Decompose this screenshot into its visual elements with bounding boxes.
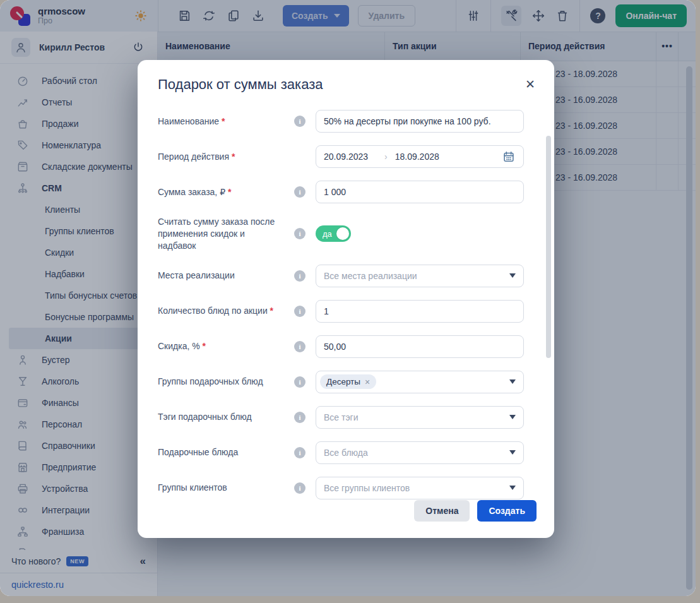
field-label-text: Скидка, % — [158, 341, 200, 351]
select-input[interactable]: Все блюда — [316, 441, 524, 464]
chevron-down-icon — [509, 379, 516, 384]
info-icon[interactable]: i — [294, 447, 306, 458]
info-icon[interactable]: i — [294, 186, 306, 198]
modal-form: Наименование *i50% на десерты при покупк… — [138, 93, 554, 499]
field-label: Места реализации — [158, 270, 284, 282]
chevron-down-icon — [509, 450, 516, 455]
form-field-row: Группы подарочных блюдiДесерты× — [158, 371, 554, 393]
text-input[interactable]: 1 000 — [316, 181, 524, 203]
info-cell: i — [284, 376, 316, 388]
field-label: Количество блюд по акции * — [158, 305, 284, 317]
field-control: Десерты× — [316, 371, 524, 393]
required-asterisk: * — [225, 187, 231, 197]
field-label-text: Сумма заказа, ₽ — [158, 187, 225, 197]
modal-scrollbar[interactable] — [546, 136, 551, 358]
form-field-row: Сумма заказа, ₽ *i1 000 — [158, 181, 554, 203]
field-label: Наименование * — [158, 116, 284, 128]
chevron-down-icon — [509, 273, 516, 278]
select-input[interactable]: Все тэги — [316, 406, 524, 429]
info-icon[interactable]: i — [294, 306, 306, 317]
select-placeholder: Все места реализации — [324, 271, 417, 281]
date-to-value[interactable]: 18.09.2028 — [395, 152, 439, 162]
text-input[interactable]: 1 — [316, 300, 524, 323]
chevron-down-icon — [509, 486, 516, 490]
field-control: Все места реализации — [316, 265, 524, 287]
field-label: Группы подарочных блюд — [158, 376, 284, 388]
info-icon[interactable]: i — [294, 228, 306, 239]
info-icon[interactable]: i — [294, 116, 306, 127]
info-cell: i — [284, 186, 316, 198]
input-value: 1 — [324, 306, 329, 316]
info-icon[interactable]: i — [294, 412, 306, 423]
toggle-switch[interactable]: да — [316, 225, 351, 242]
chevron-down-icon — [509, 415, 516, 419]
input-value: 1 000 — [324, 187, 346, 197]
field-control: 50% на десерты при покупке на 100 руб. — [316, 110, 524, 133]
close-icon[interactable]: ✕ — [525, 78, 535, 90]
chip-label: Десерты — [326, 377, 360, 386]
info-icon[interactable]: i — [294, 482, 306, 494]
info-cell: i — [284, 306, 316, 317]
select-placeholder: Все тэги — [324, 412, 359, 422]
app-window: qrmoscow Про Создать Удалить ? — [0, 0, 696, 596]
info-icon[interactable]: i — [294, 270, 306, 282]
toggle-label: да — [323, 229, 332, 239]
info-cell: i — [284, 447, 316, 458]
input-value: 50,00 — [324, 342, 346, 352]
field-control: 20.09.2023›18.09.2028 — [316, 145, 524, 168]
field-label: Тэги подарочных блюд — [158, 411, 284, 423]
select-placeholder: Все блюда — [324, 448, 368, 458]
form-field-row: Места реализацииiВсе места реализации — [158, 265, 554, 287]
toggle-knob — [336, 227, 349, 240]
cancel-button[interactable]: Отмена — [414, 500, 470, 522]
field-control: Все блюда — [316, 441, 524, 464]
info-icon[interactable]: i — [294, 341, 306, 352]
chip-remove-icon[interactable]: × — [365, 378, 370, 386]
field-label: Считать сумму заказа после применения ск… — [158, 216, 284, 252]
field-control: Все тэги — [316, 406, 524, 429]
range-arrow-icon: › — [384, 152, 388, 162]
date-from-value[interactable]: 20.09.2023 — [324, 152, 384, 162]
info-icon[interactable]: i — [294, 376, 306, 388]
daterange-input[interactable]: 20.09.2023›18.09.2028 — [316, 145, 524, 168]
field-label: Скидка, % * — [158, 340, 284, 352]
text-input[interactable]: 50% на десерты при покупке на 100 руб. — [316, 110, 524, 133]
text-input[interactable]: 50,00 — [316, 335, 524, 358]
info-cell: i — [284, 482, 316, 494]
field-label-text: Группы клиентов — [158, 482, 227, 493]
required-asterisk: * — [268, 306, 273, 316]
info-cell: i — [284, 228, 316, 239]
form-field-row: Период действия *20.09.2023›18.09.2028 — [158, 145, 554, 168]
field-label-text: Количество блюд по акции — [158, 306, 268, 316]
info-cell: i — [284, 270, 316, 282]
required-asterisk: * — [200, 341, 206, 351]
form-field-row: Подарочные блюдаiВсе блюда — [158, 441, 554, 464]
field-label-text: Тэги подарочных блюд — [158, 412, 252, 422]
form-field-row: Группы клиентовiВсе группы клиентов — [158, 477, 554, 499]
modal-title: Подарок от суммы заказа — [158, 76, 323, 93]
field-control: 1 — [316, 300, 524, 323]
calendar-icon[interactable] — [502, 150, 516, 164]
field-label-text: Период действия — [158, 152, 229, 162]
field-control: да — [316, 225, 524, 242]
submit-create-button[interactable]: Создать — [477, 500, 537, 522]
form-field-row: Скидка, % *i50,00 — [158, 335, 554, 358]
field-control: 1 000 — [316, 181, 524, 203]
field-control: 50,00 — [316, 335, 524, 358]
form-field-row: Тэги подарочных блюдiВсе тэги — [158, 406, 554, 429]
info-cell: i — [284, 412, 316, 423]
select-input[interactable]: Все группы клиентов — [316, 477, 524, 499]
field-control: Все группы клиентов — [316, 477, 524, 499]
info-cell: i — [284, 341, 316, 352]
form-field-row: Наименование *i50% на десерты при покупк… — [158, 110, 554, 133]
required-asterisk: * — [219, 116, 225, 126]
field-label-text: Наименование — [158, 116, 219, 126]
select-input[interactable]: Все места реализации — [316, 265, 524, 287]
gift-promotion-modal: Подарок от суммы заказа ✕ Наименование *… — [138, 60, 554, 538]
field-label-text: Группы подарочных блюд — [158, 376, 263, 386]
info-cell: i — [284, 116, 316, 127]
required-asterisk: * — [229, 152, 235, 162]
field-label-text: Считать сумму заказа после применения ск… — [158, 217, 275, 251]
field-label: Период действия * — [158, 151, 284, 163]
multiselect-input[interactable]: Десерты× — [316, 371, 524, 393]
